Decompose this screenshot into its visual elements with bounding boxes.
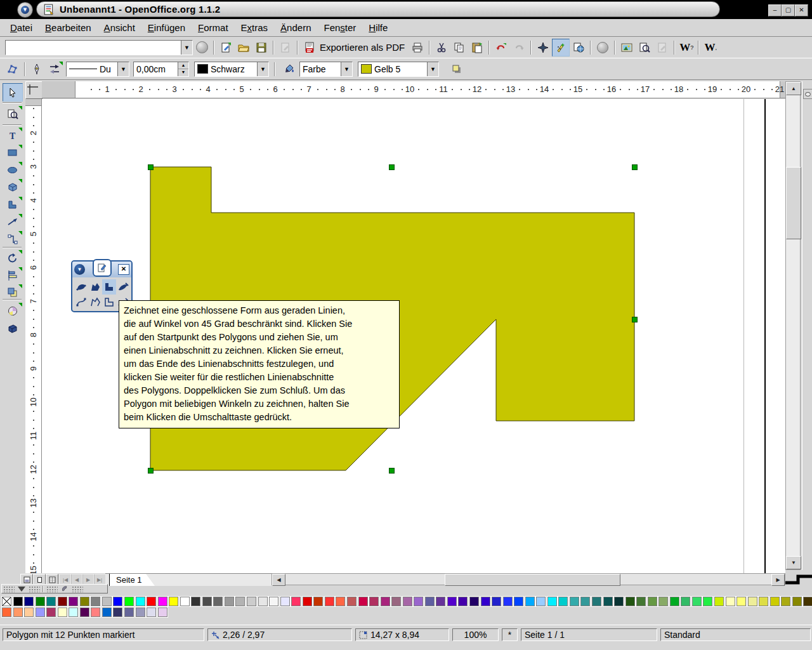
w-comma-icon[interactable]: W, [702,39,719,56]
horizontal-scrollbar[interactable]: ◀ ▶ [272,573,785,585]
line-style-dropdown-icon[interactable]: ▼ [117,62,129,76]
menu-ansicht[interactable]: Ansicht [98,20,141,36]
color-swatch[interactable] [46,597,56,606]
hyperlink-globe-icon[interactable] [570,39,587,56]
color-swatch[interactable] [436,597,445,606]
color-swatch[interactable] [325,597,334,606]
polygon45-tool[interactable] [102,295,116,310]
option-snap-icon[interactable] [16,586,27,592]
color-swatch[interactable] [536,597,546,606]
url-combobox[interactable]: ▼ [5,40,193,55]
selection-handle[interactable] [148,468,154,474]
color-swatch[interactable] [803,597,812,606]
color-swatch[interactable] [313,597,323,606]
freeform-filled-tool[interactable] [116,279,130,295]
line-width-input[interactable]: 0,00cm ▲▼ [133,62,189,77]
select-tool[interactable] [3,83,23,102]
color-swatch[interactable] [614,597,624,606]
status-zoom-cell[interactable]: 100% [452,628,499,641]
color-swatch[interactable] [269,597,278,606]
color-swatch[interactable] [381,597,390,606]
color-swatch[interactable] [280,597,290,606]
vertical-ruler[interactable]: 23456789101112131415 [25,99,42,574]
color-swatch[interactable] [425,597,435,606]
menu-einfügen[interactable]: Einfügen [141,20,192,36]
edit-points-icon[interactable] [4,60,22,78]
spin-up-icon[interactable]: ▲ [178,62,188,70]
color-swatch[interactable] [202,597,212,606]
url-dropdown-icon[interactable]: ▼ [181,41,192,55]
floating-toolbar-titlebar[interactable]: ▼ ✕ [72,262,131,277]
floating-toolbar-grip[interactable] [93,259,112,277]
color-swatch[interactable] [570,597,579,606]
color-swatch[interactable] [336,597,345,606]
floating-toolbar-close-icon[interactable]: ✕ [118,264,129,275]
color-swatch[interactable] [558,597,568,606]
polygon-tool[interactable] [88,295,102,310]
color-swatch[interactable] [247,597,256,606]
scroll-up-icon[interactable]: ▲ [786,82,801,95]
line-color-select[interactable]: Schwarz ▼ [194,62,269,77]
color-swatch[interactable] [714,597,724,606]
zoom-tool[interactable] [3,105,23,123]
line-color-dropdown-icon[interactable]: ▼ [257,62,268,76]
color-swatch[interactable] [102,607,112,617]
status-template-cell[interactable]: Standard [660,628,811,641]
color-swatch[interactable] [759,597,768,606]
lines-arrows-tool[interactable] [3,213,23,231]
line-width-spinner[interactable]: ▲▼ [178,62,188,76]
color-swatch[interactable] [113,607,122,617]
navigator-icon[interactable] [534,39,552,56]
color-swatch[interactable] [503,597,513,606]
insert-object-tool[interactable] [3,319,23,337]
color-swatch[interactable] [13,597,23,606]
paste-button[interactable] [468,39,486,56]
minimize-button[interactable]: – [768,4,782,17]
option-helplines-icon[interactable] [46,586,58,592]
color-swatch[interactable] [726,597,735,606]
color-swatch[interactable] [136,607,145,617]
fill-style-select[interactable]: Farbe ▼ [299,62,353,77]
color-swatch[interactable] [235,597,245,606]
color-swatch[interactable] [770,597,780,606]
color-swatch[interactable] [69,597,78,606]
color-swatch[interactable] [158,607,167,617]
docked-window-splitter[interactable] [802,81,812,570]
color-swatch[interactable] [681,597,690,606]
color-swatch[interactable] [91,597,100,606]
save-button[interactable] [252,39,270,56]
shadow-icon[interactable] [448,60,466,78]
option-guides-icon[interactable] [29,586,40,592]
menu-fenster[interactable]: Fenster [317,20,362,36]
color-swatch[interactable] [213,597,223,606]
color-swatch[interactable] [525,597,535,606]
fill-color-dropdown-icon[interactable]: ▼ [427,62,438,76]
objects3d-tool[interactable] [3,178,23,196]
window-menu-button[interactable]: ▼ [17,2,33,18]
status-size-cell[interactable]: 14,27 x 8,94 [355,628,449,641]
spin-down-icon[interactable]: ▼ [178,69,188,76]
color-swatch[interactable] [580,597,590,606]
effects-tool[interactable] [3,302,23,320]
color-swatch[interactable] [391,597,401,606]
option-grid-icon[interactable] [3,586,15,592]
menu-datei[interactable]: Datei [4,20,39,36]
export-pdf-icon[interactable] [301,39,318,56]
color-swatch[interactable] [303,597,312,606]
color-swatch[interactable] [147,597,156,606]
color-swatch[interactable] [102,597,112,606]
fill-color-select[interactable]: Gelb 5 ▼ [358,62,439,77]
color-swatch[interactable] [13,607,23,617]
color-swatch[interactable] [658,597,668,606]
connector-tool[interactable] [3,230,23,248]
color-swatch[interactable] [69,607,78,617]
horizontal-ruler[interactable]: 123456789101112131415161718192021 [42,81,785,98]
maximize-button[interactable]: ▢ [782,4,795,17]
polygon-filled-tool[interactable] [88,279,102,295]
color-swatch[interactable] [670,597,679,606]
fill-can-icon[interactable] [280,60,298,78]
curve-filled-tool[interactable] [74,279,88,295]
curve-tool[interactable] [74,295,88,310]
color-swatch[interactable] [447,597,457,606]
menu-format[interactable]: Format [192,20,235,36]
